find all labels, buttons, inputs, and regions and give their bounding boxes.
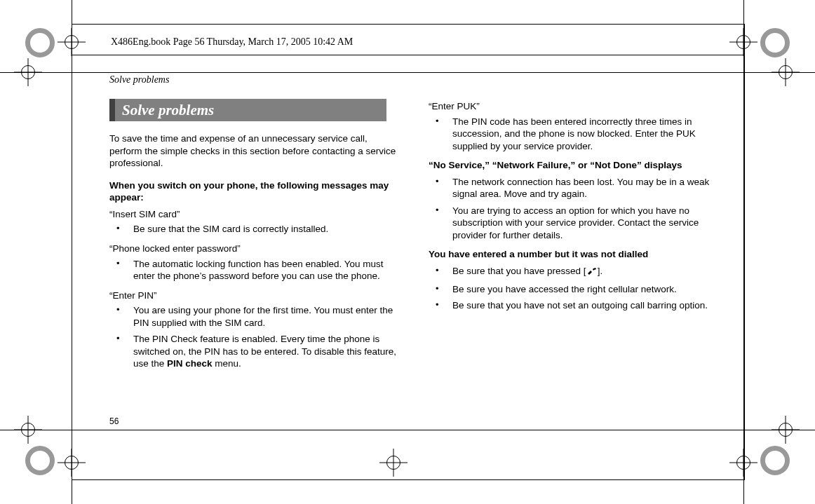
- reg-mark-top-left: [58, 28, 86, 56]
- header-separator: [72, 55, 743, 55]
- reg-mark-bottom-left: [58, 449, 86, 477]
- corner-ornament-br: [760, 446, 790, 475]
- reg-mark-right-top: [772, 58, 800, 86]
- page-mask-2: [72, 430, 743, 478]
- column-left: Solve problems Solve problems To save th…: [109, 74, 400, 377]
- list-item: Be sure that the SIM card is correctly i…: [125, 223, 400, 236]
- heading-no-service: “No Service,” “Network Failure,” or “Not…: [429, 159, 720, 172]
- list-no-service: The network connection has been lost. Yo…: [429, 176, 720, 242]
- list-enter-puk: The PIN code has been entered incorrectl…: [429, 116, 720, 153]
- reg-mark-left-top: [14, 58, 42, 86]
- list-item: The automatic locking function has been …: [125, 258, 400, 282]
- list-item: You are trying to access an option for w…: [444, 205, 720, 242]
- list-not-dialled: Be sure that you have pressed []. Be sur…: [429, 265, 720, 312]
- corner-ornament-tl: [25, 28, 55, 57]
- list-item: The PIN Check feature is enabled. Every …: [125, 333, 400, 370]
- list-item: The network connection has been lost. Yo…: [444, 176, 720, 200]
- subhead-enter-puk: “Enter PUK”: [429, 100, 720, 113]
- reg-mark-right-bottom: [772, 416, 800, 444]
- corner-ornament-tr: [760, 28, 790, 57]
- list-item: The PIN code has been entered incorrectl…: [444, 116, 720, 153]
- reg-mark-bottom-center: [379, 449, 408, 477]
- subhead-enter-pin: “Enter PIN”: [109, 290, 400, 302]
- intro-paragraph: To save the time and expense of an unnec…: [109, 132, 400, 170]
- heading-not-dialled: You have entered a number but it was not…: [429, 248, 720, 261]
- page-mask-3: [72, 25, 743, 72]
- page-content: Solve problems Solve problems To save th…: [109, 74, 720, 377]
- heading-messages: When you switch on your phone, the follo…: [109, 179, 400, 204]
- list-enter-pin: You are using your phone for the first t…: [109, 304, 400, 370]
- list-item: Be sure that you have not set an outgoin…: [444, 299, 720, 312]
- running-head: Solve problems: [109, 74, 400, 86]
- file-date-line: X486Eng.book Page 56 Thursday, March 17,…: [111, 36, 353, 48]
- crop-line-right: [743, 0, 744, 504]
- column-right: “Enter PUK” The PIN code has been entere…: [429, 74, 720, 377]
- list-item: You are using your phone for the first t…: [125, 304, 400, 329]
- section-heading: Solve problems: [109, 99, 386, 121]
- section-title: Solve problems: [122, 101, 214, 120]
- call-key-icon: [586, 266, 598, 279]
- text: Be sure that you have pressed [: [452, 266, 586, 276]
- reg-mark-top-right: [729, 28, 757, 56]
- subhead-insert-sim: “Insert SIM card”: [109, 208, 400, 221]
- page-number: 56: [109, 416, 119, 426]
- list-item: Be sure you have accessed the right cell…: [444, 283, 720, 296]
- heading-bar-icon: [109, 99, 115, 121]
- reg-mark-left-bottom: [14, 416, 42, 444]
- text: menu.: [213, 358, 241, 369]
- text: ].: [598, 266, 603, 276]
- list-item: Be sure that you have pressed [].: [444, 265, 720, 279]
- list-insert-sim: Be sure that the SIM card is correctly i…: [109, 223, 400, 236]
- corner-ornament-bl: [25, 446, 55, 475]
- reg-mark-bottom-right: [729, 449, 757, 477]
- list-phone-locked: The automatic locking function has been …: [109, 258, 400, 282]
- subhead-phone-locked: “Phone locked enter password”: [109, 243, 400, 255]
- pin-check-bold: PIN check: [167, 358, 213, 369]
